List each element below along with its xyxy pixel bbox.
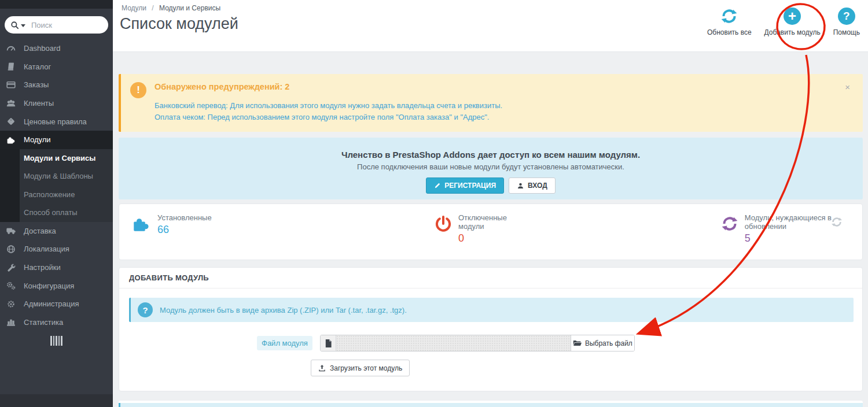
sidebar-item-administration[interactable]: Администрация [0, 295, 113, 313]
next-panel-info-alert [119, 403, 863, 407]
addons-heading: Членство в PrestaShop Addons дает доступ… [119, 150, 863, 160]
module-file-input[interactable] [336, 335, 571, 351]
sidebar-item-orders[interactable]: Заказы [0, 76, 113, 94]
tag-icon [6, 117, 16, 127]
stat-disabled: Отключенные модули 0 [434, 213, 527, 260]
add-module-button[interactable]: + Добавить модуль [764, 8, 821, 36]
warning-title: Обнаружено предупреждений: 2 [155, 82, 845, 91]
warning-lines: Банковский перевод: Для использования эт… [155, 100, 845, 123]
book-icon [6, 62, 16, 72]
plus-circle-icon: + [784, 8, 801, 25]
gears-icon [6, 281, 16, 291]
upload-icon [318, 364, 326, 372]
sidebar-search[interactable] [5, 16, 108, 34]
sidebar-item-preferences[interactable]: Настройки [0, 258, 113, 277]
bar-chart-icon [6, 317, 16, 327]
register-button[interactable]: РЕГИСТРАЦИЯ [426, 177, 504, 194]
sidebar-submenu-modules: Модули и Сервисы Модули & Шаблоны Распол… [0, 149, 113, 222]
sidebar: Dashboard Каталог Заказы Клиенты [0, 0, 113, 407]
header-actions: Обновить все + Добавить модуль ? Помощь [694, 8, 860, 36]
login-button[interactable]: ВХОД [509, 177, 556, 194]
puzzle-icon [131, 213, 152, 234]
sidebar-item-dashboard[interactable]: Dashboard [0, 39, 113, 58]
info-text: Модуль должен быть в виде архива Zip (.Z… [160, 306, 407, 314]
users-icon [6, 98, 16, 108]
folder-icon [573, 339, 582, 347]
sidebar-subitem-positions[interactable]: Расположение [20, 186, 113, 204]
app-root: Dashboard Каталог Заказы Клиенты [0, 0, 868, 407]
warning-alert: ! Обнаружено предупреждений: 2 Банковски… [119, 74, 863, 132]
pencil-icon [434, 182, 441, 189]
next-panel-cutoff [119, 401, 863, 407]
search-icon [10, 21, 19, 29]
stat-value: 5 [745, 232, 862, 245]
add-module-panel-header: ДОБАВИТЬ МОДУЛЬ [119, 268, 862, 288]
refresh-icon [720, 213, 738, 234]
sidebar-item-localization[interactable]: Локализация [0, 240, 113, 258]
question-circle-icon: ? [138, 302, 153, 317]
sidebar-footer [0, 394, 113, 407]
credit-card-icon [6, 80, 16, 90]
refresh-stats-icon[interactable] [831, 216, 843, 230]
panel-title: ДОБАВИТЬ МОДУЛЬ [129, 273, 209, 282]
file-icon [321, 335, 336, 351]
truck-icon [6, 226, 16, 236]
breadcrumb-current: Модули и Сервисы [159, 4, 220, 12]
sidebar-item-advanced-params[interactable]: Конфигурация [0, 276, 113, 295]
sidebar-item-modules[interactable]: Модули [0, 131, 113, 149]
warning-icon: ! [130, 82, 146, 98]
sidebar-subitem-payment[interactable]: Способ оплаты [20, 204, 113, 222]
stat-installed: Установленные 66 [131, 213, 212, 260]
page-header: Модули / Модули и Сервисы Список модулей… [113, 0, 868, 52]
sidebar-item-catalog[interactable]: Каталог [0, 58, 113, 76]
globe-icon [6, 244, 16, 254]
module-file-row: Файл модуля Выбрать файл [119, 335, 862, 352]
refresh-icon [720, 8, 738, 25]
modules-stats-panel: Установленные 66 Отключенные модули 0 [119, 204, 863, 260]
sidebar-collapse-icon[interactable] [0, 331, 113, 350]
stat-value: 0 [458, 232, 527, 245]
search-scope-caret-icon[interactable] [21, 24, 25, 27]
power-icon [434, 213, 453, 234]
sidebar-top-strip [0, 0, 113, 9]
question-circle-icon: ? [838, 8, 855, 25]
sidebar-menu: Dashboard Каталог Заказы Клиенты [0, 39, 113, 331]
warning-line-2[interactable]: Оплата чеком: Перед использованием этого… [155, 112, 845, 123]
refresh-all-button[interactable]: Обновить все [707, 8, 752, 36]
close-icon[interactable]: × [845, 82, 850, 92]
sidebar-item-shipping[interactable]: Доставка [0, 222, 113, 240]
sidebar-item-price-rules[interactable]: Ценовые правила [0, 112, 113, 131]
breadcrumb-parent[interactable]: Модули [122, 4, 146, 12]
module-file-label: Файл модуля [257, 336, 312, 350]
choose-file-button[interactable]: Выбрать файл [571, 335, 634, 351]
file-input-group: Выбрать файл [320, 335, 635, 352]
person-icon [517, 182, 524, 190]
upload-module-button[interactable]: Загрузить этот модуль [311, 360, 410, 376]
stat-label: Отключенные модули [458, 213, 527, 231]
gear-icon [6, 299, 16, 309]
search-input[interactable] [31, 21, 95, 29]
stat-value: 66 [157, 224, 212, 236]
sidebar-item-customers[interactable]: Клиенты [0, 94, 113, 113]
info-alert: ? Модуль должен быть в виде архива Zip (… [129, 298, 854, 322]
gauge-icon [6, 43, 16, 53]
stat-label: Установленные [157, 213, 212, 222]
sidebar-subitem-modules-themes[interactable]: Модули & Шаблоны [20, 167, 113, 186]
stat-label: Модули, нуждающиеся в обновлении [745, 213, 862, 231]
add-module-panel: ДОБАВИТЬ МОДУЛЬ ? Модуль должен быть в в… [119, 267, 863, 391]
warning-line-1[interactable]: Банковский перевод: Для использования эт… [155, 100, 845, 112]
help-button[interactable]: ? Помощь [833, 8, 860, 36]
sidebar-subitem-modules-services[interactable]: Модули и Сервисы [20, 149, 113, 168]
addons-panel: Членство в PrestaShop Addons дает доступ… [119, 138, 863, 199]
page-content: ! Обнаружено предупреждений: 2 Банковски… [113, 74, 868, 407]
breadcrumb-separator: / [152, 4, 153, 12]
addons-subheading: После подключения ваши новые модули буду… [119, 162, 863, 171]
wrench-icon [6, 262, 16, 272]
puzzle-icon [6, 135, 16, 145]
main-area: Модули / Модули и Сервисы Список модулей… [113, 0, 868, 407]
sidebar-item-stats[interactable]: Статистика [0, 313, 113, 332]
